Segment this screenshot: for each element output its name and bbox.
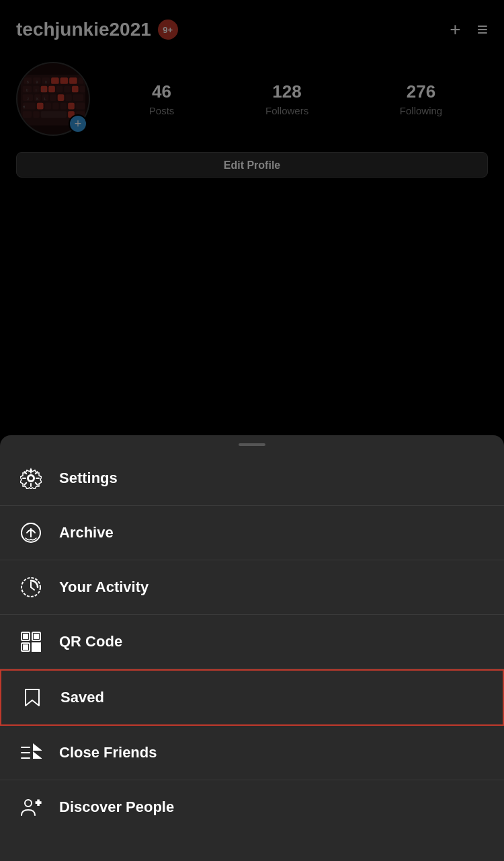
settings-label: Settings bbox=[59, 470, 118, 487]
svg-rect-54 bbox=[34, 634, 38, 638]
bottom-sheet: Settings Archive Your Activity bbox=[0, 435, 504, 861]
discover-icon: + bbox=[19, 795, 43, 819]
saved-label: Saved bbox=[60, 689, 104, 706]
activity-icon bbox=[19, 575, 43, 599]
archive-icon bbox=[19, 521, 43, 545]
activity-label: Your Activity bbox=[59, 578, 149, 596]
svg-rect-58 bbox=[37, 643, 40, 646]
bookmark-icon bbox=[20, 685, 44, 710]
svg-marker-64 bbox=[34, 745, 40, 750]
menu-item-archive[interactable]: Archive bbox=[0, 506, 504, 560]
svg-rect-52 bbox=[24, 634, 28, 638]
archive-label: Archive bbox=[59, 524, 114, 541]
menu-item-settings[interactable]: Settings bbox=[0, 451, 504, 506]
close-friends-label: Close Friends bbox=[59, 744, 157, 761]
sheet-handle bbox=[0, 435, 504, 451]
svg-text:+: + bbox=[36, 797, 41, 808]
svg-marker-65 bbox=[34, 753, 40, 758]
menu-item-saved[interactable]: Saved bbox=[0, 669, 504, 726]
menu-item-close-friends[interactable]: Close Friends bbox=[0, 726, 504, 780]
menu-item-activity[interactable]: Your Activity bbox=[0, 560, 504, 615]
menu-item-discover[interactable]: + Discover People bbox=[0, 780, 504, 834]
handle-bar bbox=[239, 443, 265, 446]
qr-label: QR Code bbox=[59, 633, 122, 650]
svg-point-66 bbox=[25, 800, 32, 807]
close-friends-icon bbox=[19, 741, 43, 765]
svg-rect-59 bbox=[32, 648, 36, 651]
svg-rect-56 bbox=[24, 645, 28, 649]
svg-rect-60 bbox=[37, 648, 40, 651]
svg-rect-57 bbox=[32, 643, 36, 646]
qr-icon bbox=[19, 630, 43, 654]
menu-item-qr[interactable]: QR Code bbox=[0, 615, 504, 669]
gear-icon bbox=[19, 466, 43, 490]
discover-label: Discover People bbox=[59, 798, 174, 816]
svg-point-46 bbox=[28, 476, 34, 481]
